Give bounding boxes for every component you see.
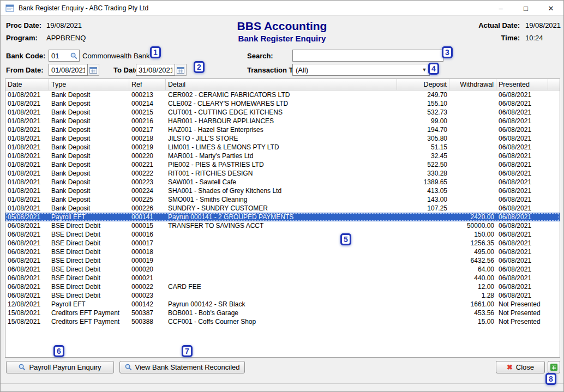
table-cell: 50000.00 — [449, 221, 496, 230]
bank-code-field[interactable] — [49, 50, 80, 62]
table-cell: 000019 — [129, 256, 166, 265]
table-cell: 06/08/2021 — [496, 186, 548, 195]
time-value: 10:24 — [525, 34, 543, 42]
to-date-calendar-icon[interactable] — [175, 64, 187, 76]
bank-code-search-icon[interactable] — [70, 52, 77, 59]
table-row[interactable]: 06/08/2021BSE Direct Debit00002064.0006/… — [5, 265, 560, 274]
from-date-field — [49, 64, 99, 76]
table-cell: 01/08/2021 — [5, 204, 49, 213]
column-header-detail[interactable]: Detail — [166, 79, 397, 90]
close-window-button[interactable]: ✕ — [538, 1, 563, 16]
table-cell: BSE Direct Debit — [49, 274, 129, 282]
column-header-ref[interactable]: Ref — [129, 79, 166, 90]
table-cell: Not Presented — [496, 317, 548, 326]
table-row[interactable]: 01/08/2021Bank Deposit000225SMO001 - Smi… — [5, 195, 560, 204]
table-cell: 107.25 — [397, 204, 449, 213]
table-cell: 15/08/2021 — [5, 317, 49, 326]
table-row[interactable]: 06/08/2021BSE Direct Debit000015TRANSFER… — [5, 221, 560, 230]
table-cell — [397, 230, 449, 239]
column-header-deposit[interactable]: Deposit — [397, 79, 449, 90]
table-row[interactable]: 15/08/2021Creditors EFT Payment500388CCF… — [5, 317, 560, 326]
table-cell: 01/08/2021 — [5, 99, 49, 108]
table-cell: 000214 — [129, 99, 166, 108]
table-cell — [166, 239, 397, 248]
close-button[interactable]: ✖ Close — [496, 361, 545, 373]
table-row[interactable]: 01/08/2021Bank Deposit000218JILSTO - JIL… — [5, 134, 560, 143]
table-cell: 06/08/2021 — [496, 125, 548, 134]
table-row[interactable]: 15/08/2021Creditors EFT Payment500387BOB… — [5, 309, 560, 317]
table-cell: Creditors EFT Payment — [49, 317, 129, 326]
table-cell: 000223 — [129, 178, 166, 186]
from-date-input[interactable] — [49, 64, 88, 76]
table-row[interactable]: 06/08/2021BSE Direct Debit000018495.0006… — [5, 248, 560, 256]
table-row[interactable]: 01/08/2021Bank Deposit000216HAR001 - HAR… — [5, 117, 560, 125]
table-row[interactable]: 06/08/2021BSE Direct Debit0000231.2806/0… — [5, 291, 560, 300]
table-row[interactable]: 06/08/2021BSE Direct Debit000016150.0006… — [5, 230, 560, 239]
table-cell: Bank Deposit — [49, 125, 129, 134]
table-row[interactable]: 01/08/2021Bank Deposit000217HAZ001 - Haz… — [5, 125, 560, 134]
table-row[interactable]: 06/08/2021BSE Direct Debit0000171256.350… — [5, 239, 560, 248]
table-cell: 06/08/2021 — [496, 204, 548, 213]
column-header-withdrawal[interactable]: Withdrawal — [449, 79, 496, 90]
table-row[interactable]: 06/08/2021BSE Direct Debit0000196432.560… — [5, 256, 560, 265]
from-date-calendar-icon[interactable] — [88, 64, 99, 76]
maximize-button[interactable]: □ — [513, 1, 538, 16]
time-label: Time: — [501, 34, 520, 42]
table-cell: 495.00 — [449, 248, 496, 256]
table-cell: 01/08/2021 — [5, 108, 49, 117]
table-cell: 500388 — [129, 317, 166, 326]
table-cell — [449, 99, 496, 108]
table-cell: 000142 — [129, 300, 166, 309]
table-cell — [449, 134, 496, 143]
table-row[interactable]: 05/08/2021Payroll EFT000141Payrun 000141… — [5, 213, 560, 221]
table-cell — [449, 186, 496, 195]
export-to-excel-button[interactable] — [548, 361, 560, 373]
column-header-type[interactable]: Type — [49, 79, 129, 90]
table-row[interactable]: 01/08/2021Bank Deposit000224SHA001 - Sha… — [5, 186, 560, 195]
table-row[interactable]: 01/08/2021Bank Deposit000223SAW001 - Saw… — [5, 178, 560, 186]
table-cell: 06/08/2021 — [496, 195, 548, 204]
table-cell: CUT001 - CUTTING EDGE KITCHENS — [166, 108, 397, 117]
title-bar[interactable]: Bank Register Enquiry - ABC Trading Pty … — [1, 1, 563, 16]
table-cell — [449, 195, 496, 204]
callout-2: 2 — [194, 61, 205, 73]
table-row[interactable]: 01/08/2021Bank Deposit000226SUNDRY - SUN… — [5, 204, 560, 213]
table-cell: 06/08/2021 — [496, 274, 548, 282]
to-date-input[interactable] — [136, 64, 175, 76]
table-cell — [397, 274, 449, 282]
transaction-type-select[interactable]: (All) ▼ — [292, 64, 430, 76]
payroll-payrun-enquiry-button[interactable]: Payroll Payrun Enquiry — [6, 361, 114, 373]
column-header-date[interactable]: Date — [5, 79, 49, 90]
table-row[interactable]: 06/08/2021BSE Direct Debit000021440.0006… — [5, 274, 560, 282]
table-cell: 05/08/2021 — [5, 213, 49, 221]
table-row[interactable]: 01/08/2021Bank Deposit000220MAR001 - Mar… — [5, 152, 560, 160]
table-cell: 01/08/2021 — [5, 186, 49, 195]
search-input[interactable] — [292, 50, 443, 62]
table-row[interactable]: 01/08/2021Bank Deposit000214CLE002 - CLE… — [5, 99, 560, 108]
bank-code-input[interactable] — [49, 52, 65, 60]
table-cell: Bank Deposit — [49, 195, 129, 204]
table-row[interactable]: 01/08/2021Bank Deposit000221PIE002 - PIE… — [5, 160, 560, 169]
table-cell: 000213 — [129, 91, 166, 99]
minimize-button[interactable]: – — [488, 1, 513, 16]
view-bank-statement-reconciled-button[interactable]: View Bank Statement Reconciled — [119, 361, 245, 373]
table-cell: 15.00 — [449, 317, 496, 326]
table-cell — [449, 143, 496, 152]
bank-code-label: Bank Code: — [6, 52, 45, 60]
app-icon — [5, 4, 14, 13]
table-row[interactable]: 06/08/2021BSE Direct Debit000022CARD FEE… — [5, 282, 560, 291]
table-row[interactable]: 01/08/2021Bank Deposit000222RIT001 - RIT… — [5, 169, 560, 178]
column-header-presented[interactable]: Presented — [496, 79, 548, 90]
table-cell: 000023 — [129, 291, 166, 300]
table-cell — [449, 204, 496, 213]
table-cell: 000217 — [129, 125, 166, 134]
table-cell — [397, 221, 449, 230]
table-row[interactable]: 01/08/2021Bank Deposit000219LIM001 - LIM… — [5, 143, 560, 152]
table-cell: JILSTO - JILL'S STORE — [166, 134, 397, 143]
window-controls: – □ ✕ — [488, 1, 563, 16]
table-row[interactable]: 12/08/2021Payroll EFT000142Payrun 000142… — [5, 300, 560, 309]
table-row[interactable]: 01/08/2021Bank Deposit000215CUT001 - CUT… — [5, 108, 560, 117]
table-cell — [397, 317, 449, 326]
table-cell: Payrun 000141 - 2 GROUPED PAYMENTS — [166, 213, 397, 221]
table-row[interactable]: 01/08/2021Bank Deposit000213CER002 - CER… — [5, 91, 560, 99]
